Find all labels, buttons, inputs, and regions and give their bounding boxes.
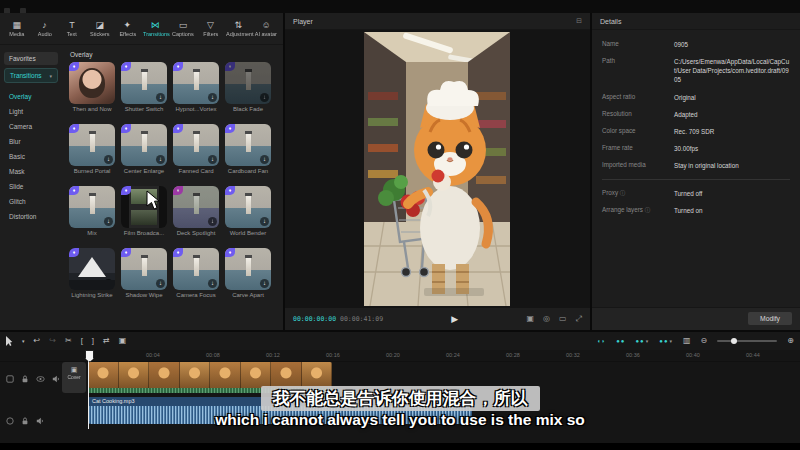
- lock-icon[interactable]: [21, 417, 29, 425]
- transition-thumbnail[interactable]: ♦↓: [69, 186, 115, 228]
- toolbar-transitions[interactable]: ⋈Transitions: [142, 20, 168, 38]
- preview-axis-icon[interactable]: ▥: [683, 332, 691, 350]
- zoom-in-icon[interactable]: ⊕: [787, 332, 794, 350]
- transition-thumbnail[interactable]: ♦↓: [69, 124, 115, 166]
- delete-right-icon[interactable]: ]: [92, 332, 94, 350]
- video-canvas[interactable]: [364, 32, 510, 306]
- zoom-slider-knob[interactable]: [731, 338, 737, 344]
- sidebar-item-blur[interactable]: Blur: [0, 134, 62, 149]
- focus-icon[interactable]: ◎: [543, 314, 550, 324]
- delete-left-icon[interactable]: [: [81, 332, 83, 350]
- transition-item-hypnot-vortex[interactable]: ♦↓Hypnot...Vortex: [172, 62, 220, 112]
- info-icon[interactable]: ⓘ: [645, 207, 651, 213]
- transition-item-fanned-card[interactable]: ♦↓Fanned Card: [172, 124, 220, 174]
- sidebar-item-mask[interactable]: Mask: [0, 164, 62, 179]
- transition-item-black-fade[interactable]: ♦↓Black Fade: [224, 62, 272, 112]
- toolbar-adjustment[interactable]: ⇅Adjustment: [225, 20, 251, 38]
- transition-item-film-broadca[interactable]: ♦Film Broadca...: [120, 186, 168, 236]
- sidebar-item-basic[interactable]: Basic: [0, 149, 62, 164]
- transition-thumbnail[interactable]: ♦: [69, 62, 115, 104]
- ratio-icon[interactable]: ▭: [559, 314, 567, 324]
- details-rows: Name0905PathC:/Users/Emenwa/AppData/Loca…: [592, 30, 800, 219]
- video-clip[interactable]: [88, 362, 332, 388]
- transition-thumbnail[interactable]: ♦↓: [121, 62, 167, 104]
- transition-thumbnail[interactable]: ♦↓: [173, 186, 219, 228]
- split-icon[interactable]: ✂: [65, 332, 72, 350]
- play-button[interactable]: ▶: [387, 314, 522, 324]
- hide-track-icon[interactable]: [36, 375, 45, 383]
- info-icon[interactable]: ⓘ: [620, 190, 626, 196]
- main-track-magnet-icon[interactable]: ◖◗: [597, 332, 606, 350]
- sidebar-item-slide[interactable]: Slide: [0, 179, 62, 194]
- mirror-icon[interactable]: ⇄: [103, 332, 110, 350]
- transition-thumbnail[interactable]: ♦↓: [225, 62, 271, 104]
- audio-clip[interactable]: Cat Cooking.mp3: [88, 397, 472, 424]
- toolbar-ai-avatar[interactable]: ☺AI avatar: [253, 20, 279, 38]
- sidebar-item-distortion[interactable]: Distortion: [0, 209, 62, 224]
- current-time: 00:00:00:00: [293, 315, 336, 323]
- transition-thumbnail[interactable]: ♦↓: [225, 186, 271, 228]
- auto-snap-icon[interactable]: ●●▾: [636, 332, 650, 350]
- transition-item-carve-apart[interactable]: ♦↓Carve Apart: [224, 248, 272, 298]
- toolbar-captions[interactable]: ▭Captions: [170, 20, 196, 38]
- transition-thumbnail[interactable]: ♦↓: [225, 124, 271, 166]
- mute-track-icon[interactable]: [36, 417, 44, 425]
- toolbar-effects[interactable]: ✦Effects: [115, 20, 141, 38]
- lock-icon[interactable]: [21, 375, 29, 383]
- transition-thumbnail[interactable]: ♦↓: [173, 62, 219, 104]
- transition-thumbnail[interactable]: ♦↓: [69, 248, 115, 290]
- zoom-out-icon[interactable]: ⊖: [701, 332, 708, 350]
- mute-track-icon[interactable]: [52, 375, 60, 383]
- cover-button[interactable]: ▣ Cover: [62, 362, 86, 393]
- transition-item-burned-portal[interactable]: ♦↓Burned Portal: [68, 124, 116, 174]
- timeline-ruler[interactable]: 00:0400:0800:1200:1600:2000:2400:2800:32…: [0, 350, 800, 362]
- toolbar-media[interactable]: ▦Media: [4, 20, 30, 38]
- transition-item-shutter-switch[interactable]: ♦↓Shutter Switch: [120, 62, 168, 112]
- redo-icon[interactable]: ↪: [49, 332, 56, 350]
- sidebar-item-camera[interactable]: Camera: [0, 119, 62, 134]
- transitions-dropdown[interactable]: Transitions ▾: [4, 68, 58, 83]
- select-tool-icon[interactable]: [6, 336, 13, 346]
- detail-row-proxy: Proxy ⓘTurned off: [592, 185, 800, 202]
- transition-item-center-enlarge[interactable]: ♦↓Center Enlarge: [120, 124, 168, 174]
- compare-icon[interactable]: ▣: [526, 314, 534, 324]
- transition-thumbnail[interactable]: ♦: [121, 186, 167, 228]
- toolbar-text[interactable]: TText: [59, 20, 85, 38]
- playhead[interactable]: [88, 350, 89, 429]
- undo-icon[interactable]: ↩: [34, 332, 41, 350]
- stickers-icon: ◪: [87, 20, 113, 30]
- transition-thumbnail[interactable]: ♦↓: [225, 248, 271, 290]
- sidebar-item-overlay[interactable]: Overlay: [0, 89, 62, 104]
- favorites-button[interactable]: Favorites: [4, 52, 58, 65]
- select-tool-caret[interactable]: ▾: [22, 332, 25, 350]
- transition-item-cardboard-fan[interactable]: ♦↓Cardboard Fan: [224, 124, 272, 174]
- sidebar-item-glitch[interactable]: Glitch: [0, 194, 62, 209]
- detail-label: Path: [602, 57, 674, 84]
- timeline-zoom-slider[interactable]: [717, 340, 777, 342]
- transition-thumbnail[interactable]: ♦↓: [121, 248, 167, 290]
- transition-thumbnail[interactable]: ♦↓: [121, 124, 167, 166]
- transition-label: Fanned Card: [172, 168, 220, 174]
- link-clips-icon[interactable]: ●●: [616, 332, 625, 350]
- transition-thumbnail[interactable]: ♦↓: [173, 248, 219, 290]
- toolbar-filters[interactable]: ▽Filters: [198, 20, 224, 38]
- toolbar-label: Adjustment: [226, 30, 250, 37]
- sidebar-item-light[interactable]: Light: [0, 104, 62, 119]
- transition-item-then-and-now[interactable]: ♦Then and Now: [68, 62, 116, 112]
- crop-icon[interactable]: ▣: [119, 332, 127, 350]
- fullscreen-icon[interactable]: ⤢: [576, 314, 582, 324]
- transition-item-deck-spotlight[interactable]: ♦↓Deck Spotlight: [172, 186, 220, 236]
- transition-item-camera-focus[interactable]: ♦↓Camera Focus: [172, 248, 220, 298]
- transition-item-mix[interactable]: ♦↓Mix: [68, 186, 116, 236]
- player-menu-icon[interactable]: ⊟: [576, 17, 582, 25]
- toolbar-audio[interactable]: ♪Audio: [32, 20, 58, 38]
- transition-item-lightning-strike[interactable]: ♦↓Lightning Strike: [68, 248, 116, 298]
- transition-item-world-bender[interactable]: ♦↓World Bender: [224, 186, 272, 236]
- video-frame-thumbnail: [271, 362, 302, 388]
- transition-item-shadow-wipe[interactable]: ♦↓Shadow Wipe: [120, 248, 168, 298]
- video-clip-audio-waveform[interactable]: [88, 388, 332, 393]
- modify-button[interactable]: Modify: [748, 312, 792, 325]
- transition-thumbnail[interactable]: ♦↓: [173, 124, 219, 166]
- toolbar-stickers[interactable]: ◪Stickers: [87, 20, 113, 38]
- preview-snap-icon[interactable]: ●●▾: [659, 332, 673, 350]
